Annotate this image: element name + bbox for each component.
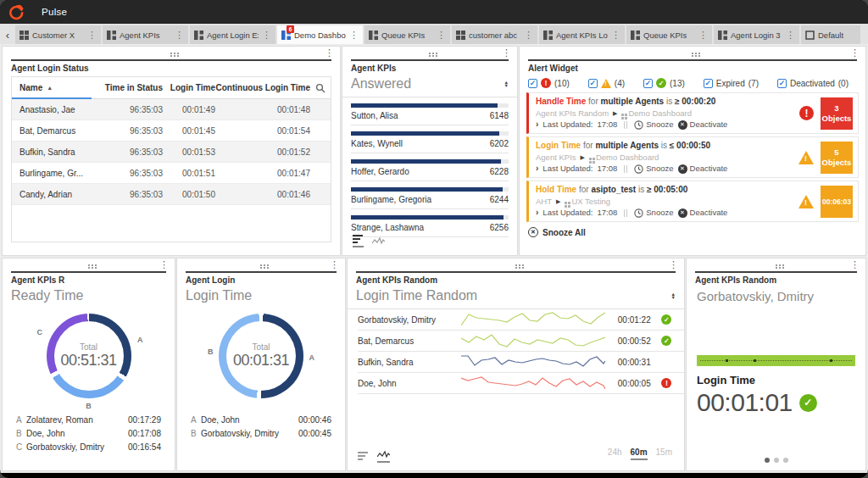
tab-agent-login-3[interactable]: Agent Login 3 ⋮ — [714, 25, 799, 44]
alert-objects-badge[interactable]: 3Objects — [821, 97, 853, 130]
alert-value-badge[interactable]: 00:06:03 — [821, 186, 853, 218]
tab-menu-icon[interactable]: ⋮ — [349, 30, 359, 41]
range-15m[interactable]: 15m — [656, 447, 672, 460]
sparkline-view-icon[interactable] — [372, 236, 385, 247]
widget-menu-icon[interactable]: ⋮ — [850, 259, 860, 270]
sort-toggle-icon[interactable]: ▲▼ — [671, 292, 676, 300]
tab-menu-icon[interactable]: ⋮ — [611, 30, 620, 41]
arrow-icon: ▶ — [581, 152, 585, 163]
tab-menu-icon[interactable]: ⋮ — [524, 30, 533, 41]
range-24h[interactable]: 24h — [608, 447, 622, 460]
tab-agent-kpis[interactable]: Agent KPIs ⋮ — [103, 25, 188, 44]
drag-handle-icon[interactable] — [515, 264, 517, 266]
bar-list-item[interactable]: Sutton, Alisa6148 — [351, 97, 509, 125]
bar-list-item[interactable]: Hoffer, Gerardo6228 — [351, 153, 509, 181]
tab-agent-login-exten[interactable]: Agent Login Exten ⋮ — [190, 25, 275, 44]
widget-agent-kpis-answered: ⋮ Agent KPIs Answered ▲▼ Sutton, Alisa61… — [342, 46, 518, 256]
dashboard-icon — [718, 31, 727, 40]
alert-card[interactable]: Hold Time for asipto_test is ≥ 00:05:00 … — [526, 181, 859, 222]
filter-deactivated[interactable]: ✓ Deactivated (0) — [777, 79, 849, 88]
filter-expired[interactable]: ✓ Expired (7) — [704, 79, 759, 88]
deactivate-button[interactable]: ✕Deactivate — [678, 119, 728, 131]
tab-menu-icon[interactable]: ⋮ — [786, 30, 795, 41]
page-dot-active[interactable] — [765, 458, 770, 463]
expand-icon[interactable]: › — [536, 163, 538, 175]
tab-queue-kpis[interactable]: Queue KPIs ⋮ — [364, 25, 450, 44]
tab-customer-x[interactable]: Customer X ⋮ — [15, 25, 101, 44]
sort-toggle-icon[interactable]: ▲▼ — [504, 81, 509, 88]
snooze-button[interactable]: Snooze — [634, 207, 673, 219]
snooze-button[interactable]: Snooze — [634, 163, 673, 175]
snooze-all-button[interactable]: ✕ Snooze All — [520, 225, 865, 240]
alert-objects-badge[interactable]: 5Objects — [821, 142, 853, 174]
tab-agent-kpis-long[interactable]: Agent KPIs Long ⋮ — [539, 25, 625, 44]
drag-handle-icon[interactable] — [776, 264, 777, 266]
sparkline-row[interactable]: Bat, Demarcus 00:00:52 ✓ — [358, 331, 684, 352]
drag-handle-icon[interactable] — [429, 53, 431, 54]
bar-chart-view-icon[interactable] — [353, 234, 364, 247]
tab-menu-icon[interactable]: ⋮ — [262, 30, 271, 41]
alert-condition: ≤ 00:00:50 — [670, 141, 710, 150]
alert-filter-bar: ✓ ! (10) ✓ (4) ✓ ✓ (13) ✓ Expired ( — [520, 75, 865, 92]
filter-errors[interactable]: ✓ ! (10) — [528, 78, 570, 88]
table-row[interactable]: Bat, Demarcus 96:35:03 00:01:45 00:01:54 — [12, 120, 331, 142]
sparkline-row[interactable]: Gorbatovskiy, Dmitry 00:01:22 ✓ — [358, 309, 684, 331]
table-row[interactable]: Burlingame, Gr... 96:35:03 00:01:51 00:0… — [12, 163, 331, 184]
filter-warnings[interactable]: ✓ (4) — [588, 79, 625, 88]
filter-ok[interactable]: ✓ ✓ (13) — [643, 78, 685, 88]
page-dot[interactable] — [774, 458, 779, 463]
alert-card[interactable]: Handle Time for multiple Agents is ≥ 00:… — [526, 92, 859, 134]
widget-menu-icon[interactable]: ⋮ — [159, 259, 169, 270]
tab-demo-dashboard[interactable]: 6 Demo Dashboard ⋮ — [277, 25, 363, 44]
column-header-name[interactable]: Name▲ — [12, 77, 95, 98]
column-header-time-in-status[interactable]: Time in Status — [95, 83, 163, 92]
deactivate-button[interactable]: ✕Deactivate — [678, 207, 728, 219]
tab-customer-abc[interactable]: customer abc ⋮ — [452, 25, 537, 44]
agent-value: 6148 — [490, 111, 509, 120]
bar-list-item[interactable]: Burlingame, Gregoria6244 — [351, 181, 509, 209]
widget-menu-icon[interactable]: ⋮ — [325, 47, 334, 58]
drag-handle-icon[interactable] — [88, 264, 90, 266]
sparkline-view-icon[interactable] — [377, 449, 390, 463]
column-header-login-time[interactable]: Login Time — [163, 83, 215, 92]
table-row[interactable]: Anastasio, Jae 96:35:03 00:01:49 00:01:4… — [12, 99, 331, 120]
column-header-continuous-login-time[interactable]: Continuous Login Time — [215, 83, 310, 92]
widget-menu-icon[interactable]: ⋮ — [502, 47, 511, 58]
bar-chart-view-icon[interactable] — [358, 451, 369, 463]
table-row[interactable]: Candy, Adrian 96:35:03 00:01:50 00:01:46 — [12, 184, 331, 205]
tab-queue-kpis-2[interactable]: Queue KPIs ⋮ — [626, 25, 712, 44]
alert-updated-time: 17:08 — [598, 207, 618, 219]
deactivate-button[interactable]: ✕Deactivate — [678, 163, 728, 175]
top-bar: Pulse — [0, 0, 868, 24]
bar-list-item[interactable]: Kates, Wynell6202 — [351, 125, 509, 153]
drag-handle-icon[interactable] — [692, 53, 693, 54]
snooze-button[interactable]: Snooze — [634, 119, 673, 131]
dashboard-icon — [369, 31, 378, 40]
sparkline-row[interactable]: Doe, John 00:00:05 ! — [358, 373, 684, 394]
agent-value: 00:00:31 — [605, 358, 651, 367]
sparkline-row[interactable]: Bufkin, Sandra 00:00:31 — [358, 352, 684, 373]
tabs-scroll-left-icon[interactable]: ‹ — [2, 25, 14, 44]
tab-default[interactable]: Default — [801, 25, 860, 44]
page-dot[interactable] — [783, 458, 788, 463]
tab-menu-icon[interactable]: ⋮ — [437, 30, 446, 41]
widget-menu-icon[interactable]: ⋮ — [850, 47, 860, 58]
widget-menu-icon[interactable]: ⋮ — [330, 259, 339, 270]
expand-icon[interactable]: › — [536, 207, 538, 219]
range-60m[interactable]: 60m — [631, 447, 648, 460]
donut-total-label: Total — [252, 342, 270, 352]
metric-name: Answered — [351, 76, 411, 92]
legend-item: ADoe, John00:00:46 — [191, 414, 331, 427]
expand-icon[interactable]: › — [536, 119, 538, 131]
tab-menu-icon[interactable]: ⋮ — [175, 30, 184, 41]
table-row[interactable]: Bufkin, Sandra 96:35:03 00:01:53 00:01:5… — [12, 142, 331, 163]
deactivate-icon: ✕ — [678, 164, 687, 174]
tab-menu-icon[interactable]: ⋮ — [87, 30, 97, 41]
alert-card[interactable]: Login Time for multiple Agents is ≤ 00:0… — [526, 136, 859, 178]
widget-menu-icon[interactable]: ⋮ — [669, 259, 678, 270]
drag-handle-icon[interactable] — [260, 264, 262, 266]
legend-item: BGorbatovskiy, Dmitry00:00:45 — [191, 427, 331, 441]
drag-handle-icon[interactable] — [170, 53, 172, 54]
table-search-icon[interactable] — [310, 83, 331, 93]
tab-menu-icon[interactable]: ⋮ — [698, 30, 708, 41]
